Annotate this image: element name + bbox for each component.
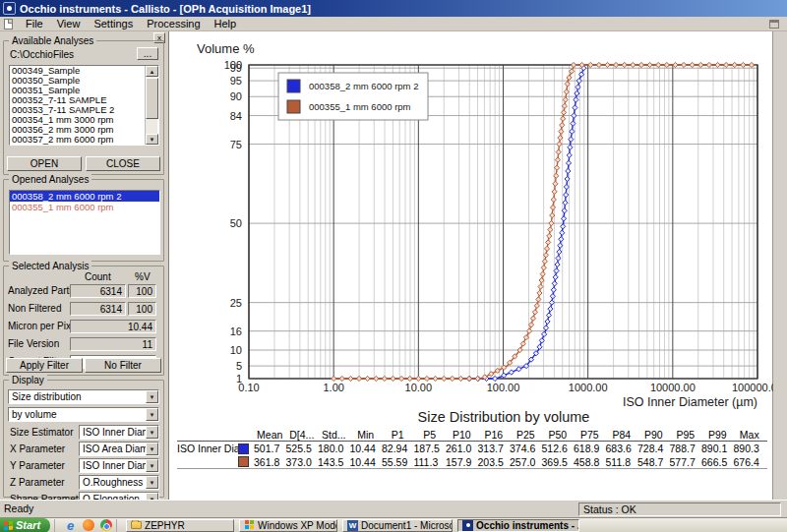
scroll-thumb[interactable] — [146, 78, 158, 119]
taskbar-item-word[interactable]: WDocument1 - Microsoft ... — [342, 519, 453, 532]
parameter-label: Size Estimator — [10, 427, 73, 438]
divider — [54, 519, 59, 532]
available-analyses-list[interactable]: 000349_Sample000350_Sample000351_Sample0… — [9, 65, 159, 146]
x-tick-label: 0.10 — [238, 382, 259, 393]
count-value: 6314 — [70, 302, 126, 316]
opened-analyses-list[interactable]: 000358_2 mm 6000 rpm 2000355_1 mm 6000 r… — [9, 190, 160, 255]
param-value: O.Roughness — [83, 477, 143, 488]
analysis-row: Non Filtered6314100 — [4, 302, 163, 316]
menu-item-file[interactable]: File — [19, 17, 50, 30]
stats-column-header: P95 — [670, 429, 702, 441]
status-bar: Ready Status : OK — [0, 500, 787, 517]
stats-value: 187.5 — [414, 443, 447, 454]
chevron-down-icon[interactable]: ▼ — [146, 390, 158, 403]
scroll-down-icon[interactable]: ▼ — [146, 134, 158, 145]
close-button[interactable]: CLOSE — [86, 156, 160, 171]
stats-value: 55.59 — [382, 456, 414, 468]
legend-label: 000358_2 mm 6000 rpm 2 — [309, 81, 418, 91]
apply-filter-button[interactable]: Apply Filter — [6, 358, 83, 373]
stats-value: 525.5 — [286, 443, 319, 454]
stats-column-header: P25 — [510, 429, 542, 441]
menu-item-help[interactable]: Help — [208, 17, 244, 30]
stats-column-header: Min — [350, 429, 383, 441]
y-tick-label: 84 — [230, 110, 242, 122]
task-label: Document1 - Microsoft ... — [361, 520, 453, 531]
stats-column-header: P10 — [446, 429, 478, 441]
chevron-down-icon[interactable]: ▼ — [146, 459, 158, 472]
browse-button[interactable]: ... — [137, 47, 158, 60]
chevron-down-icon[interactable]: ▼ — [146, 476, 158, 489]
row-label: File Version — [8, 338, 59, 349]
param-select[interactable]: ISO Inner Diam▼ — [79, 458, 159, 473]
child-restore-icon[interactable] — [769, 20, 779, 29]
param-select[interactable]: ISO Inner Diam▼ — [79, 425, 159, 440]
chevron-down-icon[interactable]: ▼ — [146, 408, 158, 421]
title-bar: Occhio instruments - Callisto - [OPh Acq… — [0, 0, 787, 17]
start-button[interactable]: Start — [0, 518, 50, 532]
display-mode-select[interactable]: by volume▼ — [8, 407, 159, 422]
app-icon — [3, 2, 16, 15]
menu-item-settings[interactable]: Settings — [87, 17, 140, 30]
parameter-row: Y ParameterISO Inner Diam▼ — [4, 458, 163, 473]
chevron-down-icon[interactable]: ▼ — [146, 426, 158, 439]
stats-value: 369.5 — [542, 456, 575, 468]
parameter-row: Z ParameterO.Roughness▼ — [4, 475, 163, 490]
stats-row-label: ISO Inner Dia — [177, 443, 238, 454]
y-tick-label: 5 — [236, 360, 242, 372]
stats-value: 577.7 — [670, 456, 702, 468]
opened-analyses-group: Opened Analyses 000358_2 mm 6000 rpm 200… — [3, 179, 164, 262]
list-item[interactable]: 000358_2 mm 6000 rpm 2 — [10, 191, 159, 202]
stats-value: 676.4 — [734, 456, 766, 468]
selected-analysis-group: Selected Analysis Count %V Analyzed Part… — [3, 266, 164, 376]
pv-value: 100 — [128, 302, 156, 316]
value-box: 11 — [70, 337, 156, 351]
ie-icon[interactable]: e — [64, 519, 77, 532]
menu-items: FileViewSettingsProcessingHelp — [19, 18, 243, 30]
y-axis-title: Volume % — [197, 41, 255, 56]
group-title: Selected Analysis — [9, 261, 91, 271]
stats-column-header: P99 — [701, 429, 734, 441]
taskbar-item-occhio[interactable]: Occhio instruments - ... — [457, 519, 579, 532]
folder-path: C:\OcchioFiles — [10, 49, 74, 60]
x-tick-label: 10.00 — [405, 382, 433, 393]
scroll-up-icon[interactable]: ▲ — [146, 66, 158, 77]
menu-bar: FileViewSettingsProcessingHelp — [0, 17, 787, 31]
stats-value: 111.3 — [414, 456, 447, 468]
word-icon: W — [347, 520, 358, 531]
media-player-icon[interactable] — [82, 519, 94, 532]
stats-value: 257.0 — [510, 456, 542, 468]
chrome-icon[interactable] — [99, 519, 112, 532]
y-tick-label: 25 — [230, 297, 242, 309]
param-select[interactable]: O.Roughness▼ — [79, 475, 159, 490]
display-type-select[interactable]: Size distribution▼ — [8, 389, 159, 404]
no-filter-button[interactable]: No Filter — [85, 358, 161, 373]
x-tick-label: 10000.00 — [650, 382, 696, 393]
y-tick-label: 16 — [230, 325, 242, 337]
stats-value: 511.8 — [606, 456, 638, 468]
open-button[interactable]: OPEN — [7, 156, 82, 171]
taskbar: Start e ZEPHYRWindows XP Mode - Win...WD… — [0, 517, 787, 532]
task-label: Occhio instruments - ... — [476, 520, 579, 531]
y-tick-label: 95 — [230, 75, 242, 87]
param-value: ISO Inner Diam — [83, 460, 151, 471]
status-panel: Status : OK — [578, 502, 781, 516]
menu-item-processing[interactable]: Processing — [140, 17, 207, 30]
list-item[interactable]: 000357_2 mm 6000 rpm — [10, 135, 158, 145]
status-ok-text: Status : OK — [583, 503, 636, 515]
list-item[interactable]: 000355_1 mm 6000 rpm — [10, 202, 159, 212]
chevron-down-icon[interactable]: ▼ — [146, 443, 158, 455]
list-scrollbar[interactable]: ▲ ▼ — [145, 66, 157, 145]
taskbar-item-xp[interactable]: Windows XP Mode - Win... — [239, 519, 337, 532]
document-icon[interactable] — [4, 19, 13, 30]
menu-item-view[interactable]: View — [50, 17, 88, 30]
chart-area: 000358_2 mm 6000 rpm 2000355_1 mm 6000 r… — [169, 31, 773, 500]
stats-column-header: Max — [734, 429, 766, 441]
task-buttons: ZEPHYRWindows XP Mode - Win...WDocument1… — [121, 519, 579, 532]
taskbar-item-folder[interactable]: ZEPHYR — [126, 519, 234, 532]
stats-column-header: P84 — [606, 429, 638, 441]
stats-value: 82.94 — [382, 443, 414, 454]
stats-column-header: P1 — [382, 429, 414, 441]
value-box: 10.44 — [70, 320, 156, 333]
lens-icon — [7, 6, 12, 11]
param-select[interactable]: ISO Area Diam▼ — [79, 442, 159, 456]
